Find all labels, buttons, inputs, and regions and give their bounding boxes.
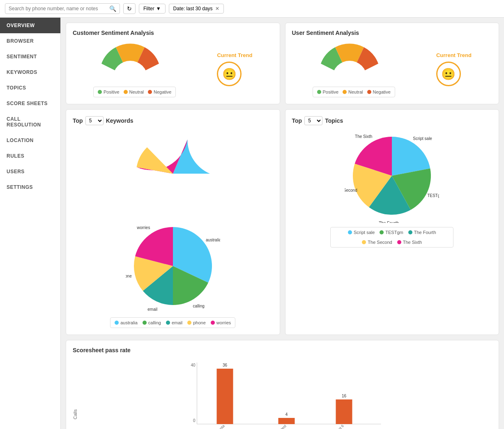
- svg-text:4: 4: [285, 412, 288, 417]
- kw-email-label: email: [172, 320, 182, 325]
- keywords-pie-area: australiacallingemailphoneworries austra…: [73, 128, 273, 328]
- keywords-card: Top 51015 Keywords: [66, 109, 280, 335]
- topics-top-row: Top 51015 Topics: [292, 116, 492, 125]
- tp-legend-scriptsale: Script sale: [348, 230, 375, 235]
- bar-pauls-failed: [278, 418, 295, 424]
- search-input[interactable]: [9, 6, 109, 11]
- sentiment-row: Customer Sentiment Analysis: [66, 23, 499, 104]
- kw-worries-label: worries: [216, 320, 231, 325]
- sidebar-item-topics[interactable]: TOPICS: [0, 80, 60, 96]
- sidebar-item-scoresheets[interactable]: SCORE SHEETS: [0, 96, 60, 111]
- sidebar-item-keywords[interactable]: KEYWORDS: [0, 64, 60, 80]
- keywords-topics-row: Top 51015 Keywords: [66, 109, 499, 335]
- svg-text:phone: phone: [126, 274, 132, 278]
- tp-thefourth-label: The Fourth: [414, 230, 436, 235]
- customer-sentiment-title: Customer Sentiment Analysis: [73, 30, 273, 36]
- sidebar-item-callresolution[interactable]: CALL RESOLUTION: [0, 111, 60, 133]
- scoresheet-title: Scoresheet pass rate: [73, 347, 492, 353]
- tp-thesixth-dot: [397, 240, 401, 244]
- keywords-top-select[interactable]: 51015: [85, 116, 104, 125]
- svg-text:36: 36: [223, 363, 228, 367]
- svg-text:The Sixth: The Sixth: [355, 134, 372, 139]
- tp-thesecond-dot: [362, 240, 366, 244]
- negative-label: Negative: [154, 89, 171, 94]
- content-area: Customer Sentiment Analysis: [61, 18, 504, 429]
- kw-legend-phone: phone: [187, 320, 206, 325]
- sidebar-item-sentiment[interactable]: SENTIMENT: [0, 49, 60, 64]
- topics-card: Top 51015 Topics Script saleTESTgmThe Fo…: [285, 109, 499, 335]
- user-neutral-label: Neutral: [348, 89, 363, 94]
- sidebar-item-location[interactable]: LOCATION: [0, 133, 60, 148]
- main-layout: OVERVIEW BROWSER SENTIMENT KEYWORDS TOPI…: [0, 18, 504, 429]
- user-positive-label: Positive: [323, 89, 339, 94]
- svg-text:TESTgm: TESTgm: [427, 193, 439, 198]
- user-sentiment-legend: Positive Neutral Negative: [313, 87, 395, 97]
- positive-dot: [98, 90, 102, 94]
- neutral-dot: [124, 90, 128, 94]
- sidebar-item-rules[interactable]: RULES: [0, 148, 60, 164]
- topics-pie-area: Script saleTESTgmThe FourthThe SecondThe…: [292, 128, 492, 248]
- topics-top-select[interactable]: 51015: [304, 116, 322, 125]
- kw-email-dot: [166, 321, 170, 325]
- svg-text:The Second: The Second: [345, 188, 357, 193]
- kw-worries-dot: [211, 321, 215, 325]
- sidebar-item-users[interactable]: USERS: [0, 164, 60, 179]
- keywords-pie-chart: [128, 128, 218, 219]
- kw-phone-label: phone: [193, 320, 206, 325]
- user-smiley-icon: 😐: [436, 62, 461, 86]
- tp-thesecond-label: The Second: [368, 240, 392, 245]
- date-label: Date: last 30 days: [173, 6, 213, 11]
- customer-sentiment-inner: Positive Neutral Negative: [73, 41, 273, 97]
- tp-testgm-dot: [380, 230, 384, 234]
- filter-button[interactable]: Filter ▼: [139, 4, 166, 14]
- scoresheet-card: Scoresheet pass rate Calls 40 0: [66, 340, 499, 429]
- user-gauge: Positive Neutral Negative: [313, 41, 395, 97]
- user-legend-negative: Negative: [367, 89, 391, 94]
- topbar: 🔍 ↻ Filter ▼ Date: last 30 days ✕: [0, 0, 504, 18]
- sidebar-item-browser[interactable]: BROWSER: [0, 33, 60, 49]
- kw-calling-dot: [143, 321, 147, 325]
- bar-toyota-failed: [217, 369, 233, 424]
- tp-legend-testgm: TESTgm: [380, 230, 403, 235]
- svg-text:calling: calling: [193, 304, 204, 308]
- sidebar-item-overview[interactable]: OVERVIEW: [0, 18, 60, 33]
- user-sentiment-inner: Positive Neutral Negative: [292, 41, 492, 97]
- customer-sentiment-legend: Positive Neutral Negative: [93, 87, 176, 97]
- sidebar-item-settings[interactable]: SETTINGS: [0, 179, 60, 195]
- negative-dot: [148, 90, 152, 94]
- tp-thesixth-label: The Sixth: [403, 240, 422, 245]
- filter-label: Filter: [143, 6, 154, 11]
- customer-smiley-icon: 😐: [217, 62, 242, 86]
- svg-text:australia: australia: [206, 238, 220, 242]
- keywords-top-label: Top: [73, 117, 83, 124]
- svg-text:worries: worries: [136, 225, 150, 230]
- user-trend: Current Trend 😐: [436, 52, 472, 86]
- scoresheet-y-label: Calls: [73, 409, 78, 419]
- search-box[interactable]: 🔍: [5, 3, 120, 14]
- topics-top-label: Top: [292, 117, 302, 124]
- keywords-pie-svg: australiacallingemailphoneworries: [126, 219, 220, 313]
- date-close-icon[interactable]: ✕: [215, 6, 219, 11]
- user-trend-label: Current Trend: [436, 52, 472, 58]
- legend-positive: Positive: [98, 89, 120, 94]
- filter-chevron-icon: ▼: [156, 6, 161, 11]
- legend-negative: Negative: [148, 89, 171, 94]
- kw-legend-australia: australia: [115, 320, 138, 325]
- svg-text:Pauls test: Pauls test: [273, 424, 287, 429]
- kw-australia-label: australia: [120, 320, 138, 325]
- tp-legend-thesecond: The Second: [362, 240, 392, 245]
- customer-trend: Current Trend 😐: [217, 52, 252, 86]
- refresh-button[interactable]: ↻: [123, 3, 136, 14]
- user-positive-dot: [317, 90, 321, 94]
- svg-text:Margarita test 6: Margarita test 6: [324, 424, 345, 429]
- positive-label: Positive: [104, 89, 120, 94]
- tp-thefourth-dot: [408, 230, 412, 234]
- svg-text:email: email: [147, 307, 157, 312]
- scoresheet-bar-chart: 40 0 36 4: [81, 358, 492, 429]
- tp-scriptsale-dot: [348, 230, 352, 234]
- scoresheet-inner: Calls 40 0 36: [73, 358, 492, 429]
- user-negative-label: Negative: [373, 89, 391, 94]
- user-legend-neutral: Neutral: [343, 89, 363, 94]
- kw-legend-email: email: [166, 320, 182, 325]
- kw-calling-label: calling: [148, 320, 161, 325]
